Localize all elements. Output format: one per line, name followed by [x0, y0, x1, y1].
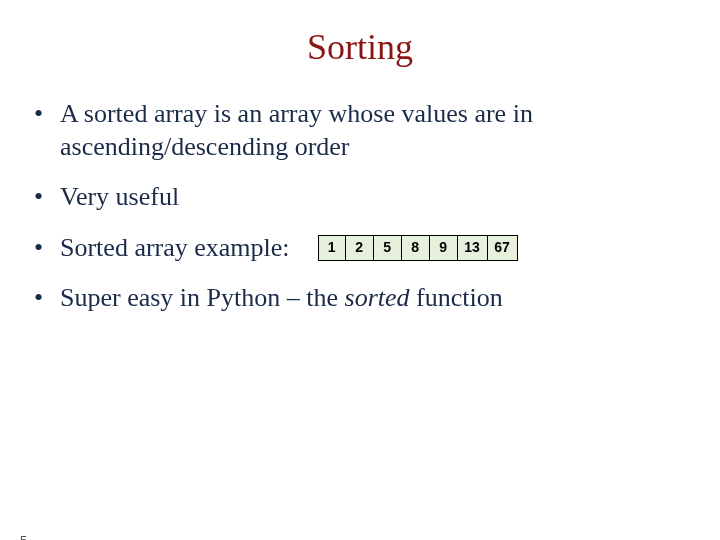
bullet-text: Very useful	[60, 182, 179, 211]
bullet-item: Sorted array example: 1 2 5 8 9 13 67	[34, 232, 680, 265]
bullet-text: A sorted array is an array whose values …	[60, 99, 533, 161]
bullet-text-pre: Super easy in Python – the	[60, 283, 345, 312]
bullet-item: Very useful	[34, 181, 680, 214]
bullet-item: Super easy in Python – the sorted functi…	[34, 282, 680, 315]
array-cell: 9	[430, 235, 458, 261]
bullet-item: A sorted array is an array whose values …	[34, 98, 680, 163]
array-cell: 13	[458, 235, 488, 261]
array-cell: 67	[488, 235, 518, 261]
bullet-list: A sorted array is an array whose values …	[0, 98, 720, 315]
sorted-keyword: sorted	[345, 283, 410, 312]
array-cell: 2	[346, 235, 374, 261]
page-number: 5	[20, 533, 27, 540]
example-row: Sorted array example: 1 2 5 8 9 13 67	[60, 232, 680, 265]
array-cell: 1	[318, 235, 346, 261]
slide-title: Sorting	[0, 26, 720, 68]
bullet-text: Sorted array example:	[60, 232, 290, 265]
slide: Sorting A sorted array is an array whose…	[0, 26, 720, 540]
array-cell: 8	[402, 235, 430, 261]
sorted-array: 1 2 5 8 9 13 67	[318, 235, 518, 261]
bullet-text-post: function	[410, 283, 503, 312]
array-cell: 5	[374, 235, 402, 261]
